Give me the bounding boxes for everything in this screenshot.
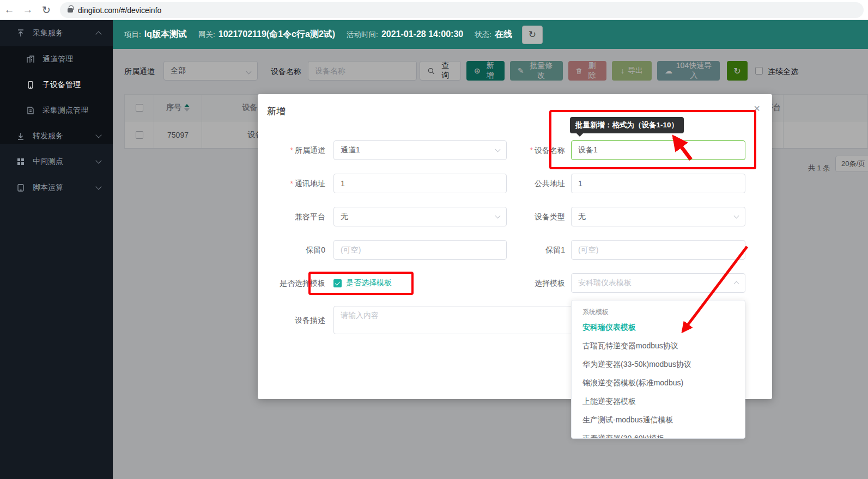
batch-add-tooltip: 批量新增：格式为（设备1-10） (570, 117, 684, 133)
sidebar-item-subdevice-mgmt[interactable]: 子设备管理 (0, 72, 113, 97)
comm-addr-input-wrap (333, 174, 507, 193)
template-dropdown: 系统模板 安科瑞仪表模板 古瑞瓦特逆变器modbus协议 华为逆变器(33-50… (571, 300, 745, 439)
device-type-label: 设备类型 (500, 207, 565, 226)
reserve1-label: 保留1 (500, 240, 565, 260)
channel-label: *所属通道 (260, 140, 325, 160)
channel-select[interactable]: 通道1 (333, 140, 507, 160)
dropdown-item[interactable]: 锦浪逆变器模板(标准modbus) (572, 373, 745, 392)
project-label: 项目: (124, 30, 141, 40)
desc-label: 设备描述 (260, 310, 325, 330)
public-addr-label: 公共地址 (500, 174, 565, 193)
use-template-checkbox-label: 是否选择模板 (346, 278, 392, 288)
reserve0-label: 保留0 (260, 240, 325, 260)
use-template-checkbox-row[interactable]: 是否选择模板 (333, 273, 392, 293)
sidebar-item-collect-service[interactable]: 采集服务 (0, 21, 113, 46)
status-label: 状态: (475, 30, 491, 40)
use-template-label: 是否选择模板 (260, 273, 325, 293)
gateway-label: 网关: (198, 30, 215, 40)
template-label: 选择模板 (500, 273, 565, 293)
modal-title: 新增 (267, 105, 286, 118)
chevron-down-icon (734, 213, 739, 219)
device-name-input-wrap (571, 140, 745, 160)
sidebar: 采集服务 通道管理 子设备管理 采集测点管理 转发服务 中间测点 脚本运算 (0, 20, 113, 479)
project-value: lq版本测试 (144, 29, 187, 40)
public-addr-input[interactable] (572, 179, 745, 188)
dropdown-item[interactable]: 生产测试-modbus通信模板 (572, 410, 745, 429)
chevron-up-icon (734, 281, 739, 287)
close-icon[interactable]: × (754, 103, 760, 114)
active-time-label: 活动时间: (347, 30, 378, 40)
platform-label: 兼容平台 (260, 207, 325, 226)
browser-toolbar: ← → ↻ dingiiot.com/#/deviceinfo (0, 0, 868, 20)
padlock-icon (68, 8, 73, 13)
reserve1-input-wrap (571, 240, 745, 260)
sidebar-item-middle-points[interactable]: 中间测点 (0, 149, 113, 174)
dropdown-item[interactable]: 上能逆变器模板 (572, 392, 745, 410)
sidebar-item-channel-mgmt[interactable]: 通道管理 (0, 46, 113, 72)
dropdown-item[interactable]: 古瑞瓦特逆变器modbus协议 (572, 336, 745, 355)
active-time-value: 2021-01-28 14:00:30 (381, 29, 463, 39)
comm-addr-input[interactable] (334, 179, 506, 188)
comm-addr-label: *通讯地址 (260, 174, 325, 193)
channel-icon (26, 55, 35, 64)
sidebar-item-script-compute[interactable]: 脚本运算 (0, 175, 113, 200)
forward-icon[interactable]: → (19, 4, 37, 16)
sidebar-item-collect-points-mgmt[interactable]: 采集测点管理 (0, 97, 113, 123)
checked-checkbox-icon[interactable] (333, 279, 342, 287)
reload-icon[interactable]: ↻ (37, 4, 56, 16)
template-select[interactable]: 安科瑞仪表模板 (571, 273, 745, 293)
device-type-select[interactable]: 无 (571, 207, 745, 226)
gateway-value: 1021702119(命1令c行a测2试) (218, 29, 335, 40)
dropdown-item[interactable]: 安科瑞仪表模板 (572, 318, 745, 336)
refresh-icon: ↻ (529, 29, 536, 40)
chevron-up-icon (95, 31, 101, 37)
address-bar[interactable]: dingiiot.com/#/deviceinfo (60, 2, 864, 18)
chevron-down-icon (95, 132, 101, 138)
reserve1-input[interactable] (572, 245, 745, 254)
device-name-label: *设备名称 (500, 140, 565, 160)
back-icon[interactable]: ← (0, 4, 19, 16)
dropdown-item[interactable]: 华为逆变器(33-50k)modbus协议 (572, 355, 745, 373)
status-value: 在线 (495, 29, 512, 40)
chevron-down-icon (95, 183, 101, 189)
download-icon (16, 132, 25, 140)
device-name-input[interactable] (572, 146, 745, 155)
dropdown-item[interactable]: 正泰逆变器(30-60k)模板 (572, 429, 745, 439)
dropdown-group-label: 系统模板 (572, 306, 745, 318)
grid-icon (16, 157, 25, 166)
device-icon (26, 81, 35, 89)
gateway-status-bar: 项目:lq版本测试 网关:1021702119(命1令c行a测2试) 活动时间:… (113, 20, 868, 49)
chevron-down-icon (95, 157, 101, 163)
url-text: dingiiot.com/#/deviceinfo (78, 6, 161, 15)
reserve0-input[interactable] (334, 245, 506, 254)
upload-icon (16, 29, 25, 38)
public-addr-input-wrap (571, 174, 745, 193)
document-icon (26, 106, 35, 115)
header-refresh-button[interactable]: ↻ (522, 26, 543, 44)
script-icon (16, 183, 25, 192)
sidebar-item-forward-service[interactable]: 转发服务 (0, 124, 113, 149)
reserve0-input-wrap (333, 240, 507, 260)
platform-select[interactable]: 无 (333, 207, 507, 226)
